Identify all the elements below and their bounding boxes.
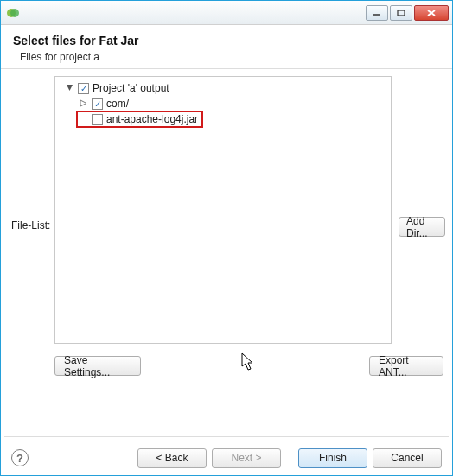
maximize-button[interactable] — [390, 5, 412, 21]
tree-label-com: com/ — [106, 98, 129, 110]
separator — [4, 436, 449, 437]
minimize-button[interactable] — [366, 5, 388, 21]
titlebar — [1, 1, 452, 25]
svg-rect-3 — [398, 10, 405, 16]
tree-row-com[interactable]: ✓ com/ — [57, 96, 389, 111]
file-tree[interactable]: ✓ Project 'a' output ✓ com/ ant-apache-l… — [54, 76, 392, 344]
next-button: Next > — [212, 448, 281, 468]
svg-marker-6 — [67, 85, 73, 91]
svg-point-1 — [10, 9, 19, 17]
app-icon — [6, 6, 20, 20]
footer: ? < Back Next > Finish Cancel — [1, 441, 452, 475]
tree-label-root: Project 'a' output — [93, 82, 169, 94]
checkbox-root[interactable]: ✓ — [78, 83, 89, 94]
content-area: File-List: ✓ Project 'a' output ✓ com/ a… — [1, 69, 452, 441]
close-button[interactable] — [414, 5, 449, 21]
checkbox-jar[interactable] — [92, 114, 103, 125]
page-subtitle: Files for project a — [20, 51, 440, 63]
save-settings-button[interactable]: Save Settings... — [54, 356, 141, 376]
file-list-label: File-List: — [11, 219, 50, 232]
highlighted-item: ant-apache-log4j.jar — [76, 111, 203, 128]
tree-row-root[interactable]: ✓ Project 'a' output — [57, 80, 389, 96]
export-ant-button[interactable]: Export ANT... — [369, 356, 443, 376]
add-dir-button[interactable]: Add Dir... — [399, 217, 445, 237]
finish-button[interactable]: Finish — [298, 448, 367, 468]
page-title: Select files for Fat Jar — [13, 34, 440, 48]
back-button[interactable]: < Back — [137, 448, 207, 468]
help-icon[interactable]: ? — [11, 449, 29, 466]
collapse-icon[interactable] — [64, 84, 74, 93]
cancel-button[interactable]: Cancel — [373, 448, 442, 468]
tree-label-jar: ant-apache-log4j.jar — [106, 113, 198, 125]
svg-marker-7 — [80, 100, 86, 106]
checkbox-com[interactable]: ✓ — [92, 98, 103, 110]
wizard-header: Select files for Fat Jar Files for proje… — [1, 25, 452, 69]
expand-icon[interactable] — [78, 99, 88, 109]
tree-row-jar[interactable]: ant-apache-log4j.jar — [57, 111, 389, 127]
